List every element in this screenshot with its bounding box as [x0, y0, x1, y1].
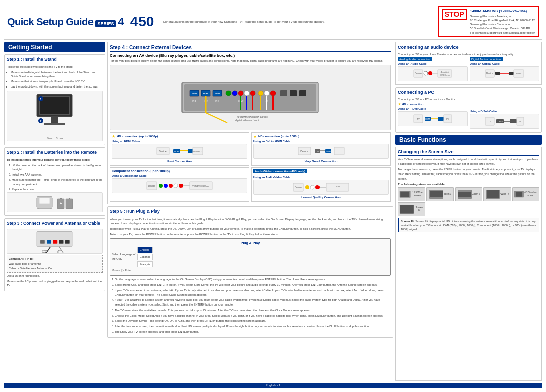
svg-rect-68 — [188, 149, 193, 153]
svg-text:TV: TV — [417, 118, 419, 120]
analog-mini-diagram: Device Amplifier/ DVD Home — [398, 66, 468, 81]
svg-text:HDMI: HDMI — [192, 92, 197, 95]
step5-steps: On the Language screen, select the langu… — [110, 277, 391, 334]
screen-zoom2-svg — [457, 189, 472, 199]
step2-inst-3: Make sure to match the + and - ends of t… — [12, 178, 103, 187]
svg-rect-12 — [60, 198, 62, 199]
step3-section: Step 3 : Connect Power and Antenna or Ca… — [4, 218, 105, 291]
svg-text:IN 1: IN 1 — [192, 100, 196, 102]
component-label: Component connection (up to 1080p) — [112, 169, 247, 173]
step1-instruction-2: Make sure that at least two people lift … — [11, 79, 103, 84]
step1-instruction-3: Lay the product down, with the screen fa… — [11, 84, 103, 89]
svg-point-38 — [232, 91, 237, 96]
screen-size-5: 4:3 Standard screen — [512, 187, 539, 201]
svg-point-39 — [238, 91, 243, 96]
svg-text:The HDMI connection carries: The HDMI connection carries — [235, 115, 268, 118]
connect-ant-option-2: Cable or Satellite from Antenna Out — [9, 266, 101, 271]
screen-size-6: Screen Fit — [398, 202, 425, 216]
stop-box: STOP 1-800-SAMSUNG (1-800-726-7864) Sams… — [438, 6, 539, 37]
step2-section: Step 2 : Install the Batteries into the … — [4, 147, 105, 216]
av-svg: Device VCR — [291, 182, 351, 193]
stop-addr-2: 85 Challenger Road Ridgefield Park, NJ 0… — [470, 18, 535, 22]
hdmi-tier: ★ HD connection (up to 1080p) Using an H… — [110, 132, 249, 166]
svg-text:digital video and audio.: digital video and audio. — [235, 119, 261, 122]
using-hdmi-label: Using an HDMI Cable — [112, 140, 247, 143]
model-num: 450 — [130, 14, 154, 29]
language-field-row: Move ◁▷ Enter — [112, 268, 389, 273]
svg-text:HDMI: HDMI — [326, 150, 331, 153]
svg-text:Input: Input — [42, 251, 47, 253]
component-mini-diagram: Device VCR/DVD/BLU-ray — [112, 178, 247, 193]
footer-text: English - 1 — [266, 384, 280, 387]
svg-text:HDMI: HDMI — [174, 150, 179, 153]
power-diagram: Power Input ANT IN — [7, 229, 103, 254]
svg-rect-129 — [400, 192, 410, 197]
svg-rect-3 — [51, 117, 58, 123]
screen-size-2: Zoom 1 — [426, 187, 453, 201]
digital-mini-diagram: Device Audio — [470, 66, 539, 81]
svg-rect-117 — [438, 117, 444, 121]
component-section: Component connection (up to 1080p) Using… — [110, 167, 249, 202]
star-icon-pc: ★ — [398, 102, 401, 106]
hd-conn-label-1: HD connection (up to 1080p) — [117, 135, 158, 138]
main-content: Getting Started Step 1 : Install the Sta… — [4, 42, 542, 381]
step5-body-3: To turn on your TV, press the POWER butt… — [110, 232, 391, 237]
step5-title: Step 5 : Run Plug & Play — [110, 209, 391, 215]
svg-rect-131 — [430, 191, 443, 197]
svg-text:VCR: VCR — [336, 185, 340, 188]
pc-dsub-diagram: TV D-Sub PC — [470, 114, 539, 129]
svg-rect-139 — [400, 205, 414, 213]
audio-body: Connect your TV to your Home Theater or … — [398, 53, 539, 56]
middle-column: Step 4 : Connect External Devices Connec… — [107, 42, 393, 381]
option-francais[interactable]: Français — [137, 261, 153, 268]
stop-addr-4: 55 Standish Court Mississauga, Ontario L… — [470, 26, 535, 30]
digital-svg: Device Audio — [484, 67, 525, 80]
svg-text:-: - — [69, 201, 70, 206]
svg-text:+: + — [60, 201, 62, 206]
option-english[interactable]: English — [137, 247, 153, 253]
svg-text:Device: Device — [148, 185, 155, 187]
step5-step-4: If your TV is attached to a cable system… — [115, 298, 391, 307]
screw-label: Screw — [56, 137, 63, 140]
step5-step-1: On the Language screen, select the langu… — [115, 277, 391, 282]
step2-title: Step 2 : Install the Batteries into the … — [7, 150, 103, 156]
svg-text:Device: Device — [300, 150, 308, 153]
bottom-steps: Step 5 : Run Plug & Play When you turn o… — [107, 206, 393, 338]
svg-rect-107 — [495, 72, 500, 75]
svg-point-37 — [226, 91, 231, 96]
screen-fit-svg — [399, 204, 414, 214]
footer-bar: English - 1 — [4, 383, 542, 388]
hdmi-mini-diagram: Device HDMI DVD/BLU — [112, 144, 247, 159]
plug-play-row: Select Language of the OSD English Españ… — [112, 247, 389, 267]
connectors-svg: HDMI HDMI HDMI — [162, 67, 339, 128]
svg-rect-78 — [334, 147, 344, 155]
svg-text:Amplifier/: Amplifier/ — [441, 71, 450, 73]
svg-rect-46 — [290, 90, 297, 96]
stop-content: 1-800-SAMSUNG (1-800-726-7864) Samsung E… — [470, 9, 535, 35]
svg-point-44 — [270, 91, 276, 96]
plug-play-title: Plug & Play — [112, 240, 389, 246]
pc-section: Connecting a PC Connect your TV to a PC … — [395, 87, 542, 133]
step5-body-2: To navigate while Plug & Play is running… — [110, 227, 391, 231]
option-espanol[interactable]: Español — [137, 254, 153, 260]
stop-addr-3: Samsung Electronics Canada Inc. — [470, 22, 535, 26]
page: Quick Setup Guide SERIES 4 450 Congratul… — [0, 0, 546, 392]
svg-rect-4 — [44, 123, 65, 125]
audio-section: Connecting an audio device Connect your … — [395, 42, 542, 85]
step5-step-9: The Enjoy your TV screen appears, and th… — [115, 330, 391, 334]
av-connection-label: Audio/Video connection (480i only) — [253, 169, 307, 173]
step5-section: Step 5 : Run Plug & Play When you turn o… — [107, 206, 393, 338]
header: Quick Setup Guide SERIES 4 450 Congratul… — [4, 4, 542, 40]
screen-sizes-grid: 16:9 Wide screen Zoom 1 — [398, 187, 539, 216]
series-badge: SERIES — [95, 20, 116, 27]
stop-note: For technical support visit: samsungusa.… — [470, 31, 535, 35]
screen-zoom1-svg — [429, 189, 444, 199]
svg-point-81 — [159, 184, 163, 188]
svg-text:VCR/DVD/BLU-ray: VCR/DVD/BLU-ray — [192, 185, 209, 187]
svg-point-40 — [244, 91, 249, 96]
svg-point-82 — [164, 184, 168, 188]
step2-inst-2: Install two AAA batteries. — [12, 172, 103, 177]
left-column: Getting Started Step 1 : Install the Sta… — [4, 42, 105, 381]
connect-ant-option-1: Wall cable pole or antenna — [9, 262, 101, 266]
pc-section-title: Connecting a PC — [398, 90, 539, 96]
